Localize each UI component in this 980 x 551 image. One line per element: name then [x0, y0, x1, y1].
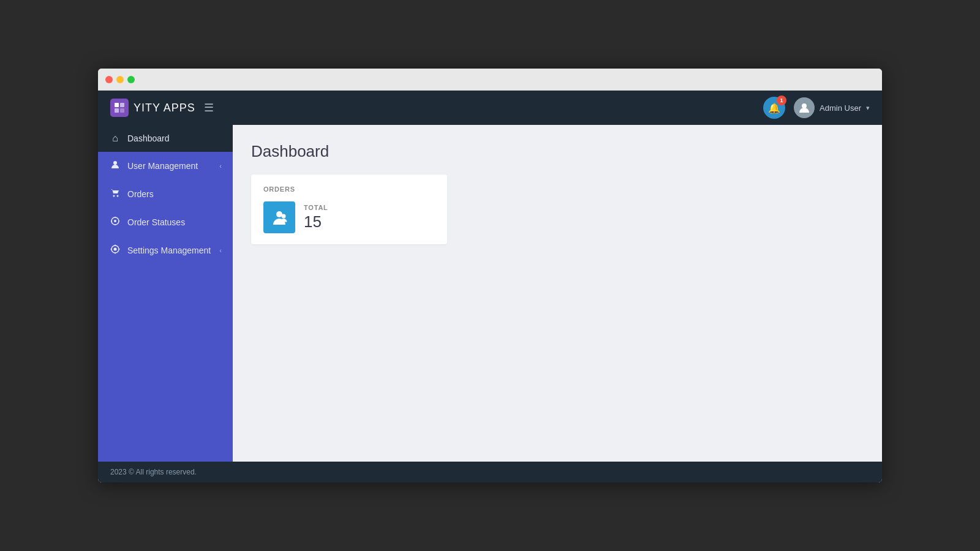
svg-point-19 [119, 249, 120, 250]
page-title: Dashboard [251, 142, 864, 161]
footer: 2023 © All rights reserved. [98, 462, 882, 482]
browser-minimize-dot[interactable] [116, 76, 124, 83]
content-area: Dashboard ORDERS T [233, 125, 882, 462]
svg-point-16 [115, 245, 116, 246]
sidebar-item-label: Dashboard [127, 133, 170, 143]
user-name: Admin User [820, 103, 861, 113]
orders-icon [109, 188, 121, 200]
logo-text: YITY APPS [134, 102, 195, 114]
sidebar-chevron-icon: ‹ [219, 247, 222, 254]
sidebar-item-user-management[interactable]: User Management ‹ [98, 152, 233, 180]
svg-point-5 [113, 161, 117, 165]
top-nav: YITY APPS ☰ 🔔 1 Admin [98, 91, 882, 125]
settings-icon [109, 244, 121, 257]
hamburger-icon[interactable]: ☰ [204, 101, 214, 114]
svg-point-17 [115, 253, 116, 254]
svg-point-15 [114, 248, 117, 251]
svg-point-9 [114, 220, 116, 222]
svg-point-18 [111, 249, 112, 250]
stat-icon-box [263, 201, 295, 233]
home-icon: ⌂ [109, 133, 121, 144]
svg-point-12 [111, 220, 112, 222]
svg-point-6 [113, 195, 115, 197]
svg-rect-3 [120, 108, 124, 113]
card-stat-row: TOTAL 15 [263, 201, 435, 233]
main-layout: ⌂ Dashboard User Management [98, 125, 882, 462]
svg-point-21 [282, 214, 286, 219]
sidebar-chevron-icon: ‹ [219, 162, 222, 170]
chevron-down-icon: ▾ [866, 104, 870, 112]
card-section-title: ORDERS [263, 186, 435, 193]
order-statuses-icon [109, 216, 121, 228]
browser-chrome [98, 69, 882, 91]
sidebar-item-label: User Management [127, 161, 198, 171]
svg-rect-1 [120, 103, 124, 107]
svg-point-20 [276, 211, 282, 217]
sidebar-item-orders[interactable]: Orders [98, 180, 233, 208]
app-container: YITY APPS ☰ 🔔 1 Admin [98, 91, 882, 482]
user-icon [109, 160, 121, 172]
sidebar-item-label: Orders [127, 189, 154, 199]
footer-text: 2023 © All rights reserved. [110, 468, 197, 476]
svg-point-4 [802, 103, 807, 108]
svg-point-11 [115, 224, 116, 225]
sidebar: ⌂ Dashboard User Management [98, 125, 233, 462]
sidebar-item-settings-management[interactable]: Settings Management ‹ [98, 236, 233, 264]
notification-badge: 1 [777, 96, 786, 105]
sidebar-item-label: Order Statuses [127, 217, 185, 227]
browser-maximize-dot[interactable] [127, 76, 135, 83]
browser-close-dot[interactable] [105, 76, 113, 83]
nav-left: YITY APPS ☰ [110, 99, 214, 117]
svg-point-10 [115, 217, 116, 218]
svg-point-13 [118, 220, 119, 222]
orders-card: ORDERS TOTAL 15 [251, 174, 447, 244]
sidebar-item-dashboard[interactable]: ⌂ Dashboard [98, 125, 233, 152]
logo-icon [110, 99, 129, 117]
notification-button[interactable]: 🔔 1 [763, 97, 785, 119]
stat-info: TOTAL 15 [304, 204, 328, 231]
logo-wrapper: YITY APPS [110, 99, 195, 117]
browser-window: YITY APPS ☰ 🔔 1 Admin [98, 69, 882, 482]
sidebar-item-label: Settings Management [127, 246, 211, 255]
user-section[interactable]: Admin User ▾ [794, 97, 870, 118]
avatar [794, 97, 815, 118]
stat-value: 15 [304, 212, 328, 231]
sidebar-item-order-statuses[interactable]: Order Statuses [98, 208, 233, 236]
nav-right: 🔔 1 Admin User ▾ [763, 97, 870, 119]
svg-rect-0 [115, 103, 119, 107]
svg-rect-2 [115, 108, 119, 113]
svg-point-7 [117, 195, 119, 197]
stat-label: TOTAL [304, 204, 328, 211]
